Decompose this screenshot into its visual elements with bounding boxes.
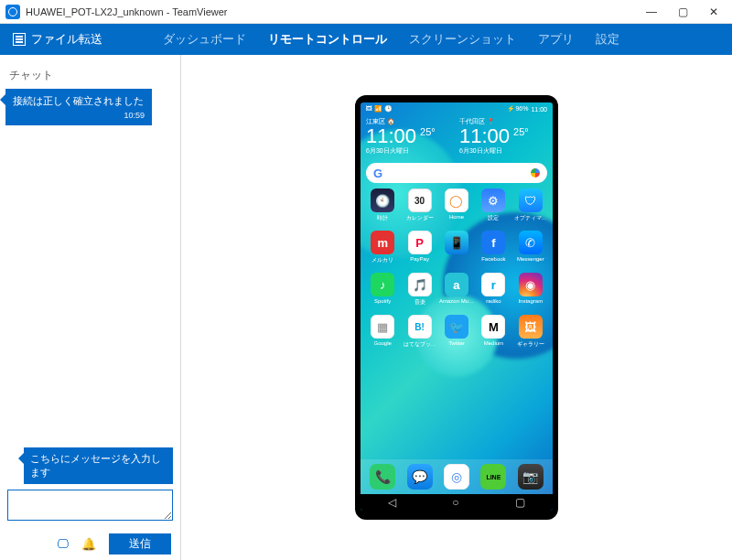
chat-sidebar: チャット 接続は正しく確立されました 10:59 こちらにメッセージを入力します… [0,55,181,560]
file-transfer-icon [13,33,26,46]
app-オプティマ…[interactable]: 🛡オプティマ… [512,188,549,229]
clock-widget[interactable]: 江東区 🏠 11:00 25° 6月30日火曜日 千代田区 📍 11:00 25… [361,115,553,156]
dock-chrome[interactable]: ◎ [444,464,469,490]
mic-icon[interactable] [531,168,540,178]
dock-line[interactable]: LINE [480,464,506,490]
bell-icon[interactable]: 🔔 [81,537,96,551]
chat-message: 接続は正しく確立されました 10:59 [5,89,152,125]
app-grid: 🕙時計30カレンダー◯Home⚙設定🛡オプティマ…mメルカリPPayPay📱fF… [361,188,553,459]
maximize-button[interactable]: ▢ [673,5,692,18]
nav-recents-icon[interactable]: ▢ [515,496,525,509]
window-title: HUAWEI_POT-LX2J_unknown - TeamViewer [26,6,642,17]
file-transfer-label: ファイル転送 [31,31,102,48]
app-Messenger[interactable]: ✆Messenger [512,231,549,271]
app-時計[interactable]: 🕙時計 [364,188,401,229]
status-battery: ⚡96% [507,105,528,113]
app-PayPay[interactable]: PPayPay [401,231,437,271]
nav-dashboard[interactable]: ダッシュボード [152,31,257,48]
status-left: 🖾 📶 🕒 [366,105,393,113]
app-Home[interactable]: ◯Home [438,188,475,229]
app-slot7[interactable]: 📱 [438,231,475,271]
phone-dock: 📞💬◎LINE📷 [361,459,553,494]
nav-back-icon[interactable]: ◁ [388,496,396,509]
nav-screenshot[interactable]: スクリーンショット [398,31,527,48]
chat-heading: チャット [0,64,180,89]
titlebar: HUAWEI_POT-LX2J_unknown - TeamViewer — ▢… [0,0,732,24]
file-transfer-button[interactable]: ファイル転送 [0,24,115,55]
phone-frame: ⧉ ✕ 🖾 📶 🕒 ⚡96% 11:00 江東区 🏠 11:00 [355,95,558,520]
minimize-button[interactable]: — [642,5,661,18]
clock2-date: 6月30日火曜日 [459,146,547,156]
remote-view: ⧉ ✕ 🖾 📶 🕒 ⚡96% 11:00 江東区 🏠 11:00 [181,55,732,560]
clock1-temp: 25° [420,126,436,137]
chat-message-time: 10:59 [13,111,145,120]
chat-hint-bubble: こちらにメッセージを入力します [24,447,173,484]
app-Google[interactable]: ▦Google [364,315,401,355]
app-radiko[interactable]: rradiko [475,273,511,313]
app-ギャラリー[interactable]: 🖼ギャラリー [512,315,549,355]
chat-input-area: こちらにメッセージを入力します [7,447,173,524]
app-音楽[interactable]: 🎵音楽 [401,273,437,313]
send-button[interactable]: 送信 [109,533,171,555]
teamviewer-logo-icon [5,5,20,19]
chat-message-text: 接続は正しく確立されました [13,95,144,106]
top-nav: ファイル転送 ダッシュボード リモートコントロール スクリーンショット アプリ … [0,24,732,55]
dock-camera[interactable]: 📷 [518,464,544,490]
window-controls: — ▢ ✕ [642,5,723,18]
dock-messages[interactable]: 💬 [407,464,433,490]
app-Spotify[interactable]: ♪Spotify [364,273,401,313]
clock2-time: 11:00 [459,126,510,146]
google-logo-icon: G [373,167,382,180]
content: チャット 接続は正しく確立されました 10:59 こちらにメッセージを入力します… [0,55,732,560]
screenshot-icon[interactable]: 🖵 [57,537,69,551]
dock-phone[interactable]: 📞 [370,464,395,490]
chat-hint-text: こちらにメッセージを入力します [30,453,161,478]
app-Facebook[interactable]: fFacebook [475,231,511,271]
clock1-time: 11:00 [366,126,416,146]
close-button[interactable]: ✕ [705,5,723,18]
status-time: 11:00 [531,106,547,113]
google-search-widget[interactable]: G [366,163,547,183]
chat-input[interactable] [7,490,173,521]
app-Twitter[interactable]: 🐦Twitter [438,315,475,355]
chat-actions: 🖵 🔔 送信 [0,530,180,555]
app-Medium[interactable]: MMedium [475,315,511,355]
nav-home-icon[interactable]: ○ [452,496,458,509]
phone-statusbar: 🖾 📶 🕒 ⚡96% 11:00 [361,102,553,115]
app-Instagram[interactable]: ◉Instagram [512,273,549,313]
app-カレンダー[interactable]: 30カレンダー [401,188,437,229]
nav-settings[interactable]: 設定 [585,31,630,48]
app-はてなブッ…[interactable]: B!はてなブッ… [401,315,437,355]
app-メルカリ[interactable]: mメルカリ [364,231,401,271]
nav-apps[interactable]: アプリ [527,31,585,48]
phone-screen[interactable]: 🖾 📶 🕒 ⚡96% 11:00 江東区 🏠 11:00 25° 6月30日火曜… [361,102,553,511]
clock1-date: 6月30日火曜日 [366,146,454,156]
phone-navbar: ◁ ○ ▢ [361,494,553,511]
nav-remote-control[interactable]: リモートコントロール [257,31,398,48]
app-設定[interactable]: ⚙設定 [475,188,511,229]
clock2-temp: 25° [513,126,529,137]
app-Amazon Mu…[interactable]: aAmazon Mu… [438,273,475,313]
